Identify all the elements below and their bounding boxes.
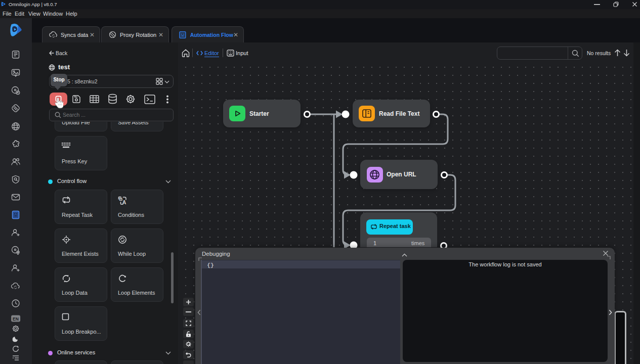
svg-text:A: A [122, 199, 126, 205]
